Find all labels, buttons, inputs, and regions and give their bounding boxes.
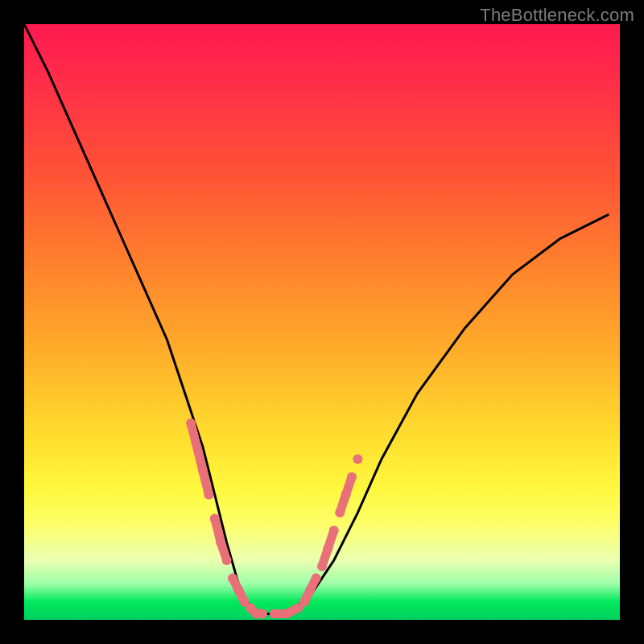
plot-area xyxy=(24,24,620,620)
watermark-text: TheBottleneck.com xyxy=(480,5,634,26)
chart-svg xyxy=(24,24,620,620)
outer-frame: TheBottleneck.com xyxy=(0,0,644,644)
marker-segment xyxy=(191,423,203,471)
marker-dot xyxy=(353,454,362,464)
bottleneck-curve xyxy=(24,24,608,614)
curve-layer xyxy=(24,24,608,614)
marker-layer xyxy=(186,419,362,619)
